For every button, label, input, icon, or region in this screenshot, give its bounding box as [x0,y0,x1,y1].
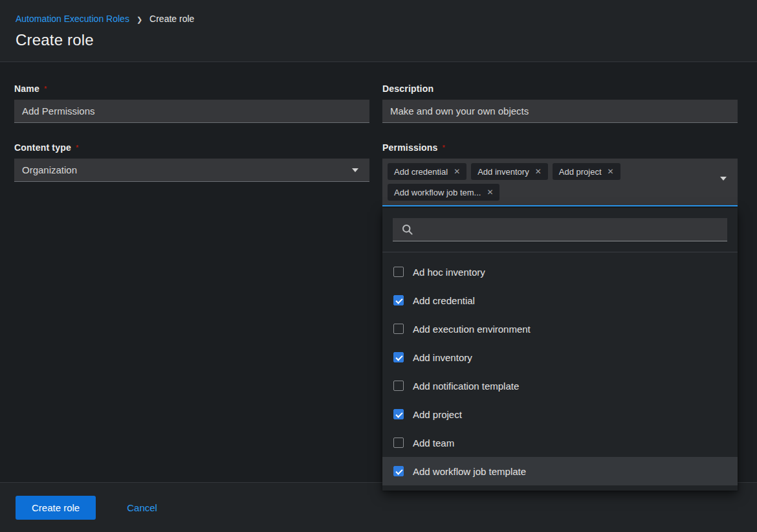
chip-label: Add project [559,167,602,177]
name-label-text: Name [14,83,39,94]
name-input[interactable] [14,100,369,123]
permission-chip: Add project ✕ [553,163,620,180]
chip-remove-icon[interactable]: ✕ [487,188,493,196]
content-type-label-text: Content type [14,142,71,153]
required-asterisk: * [76,142,78,151]
permission-option[interactable]: Add inventory [382,343,738,371]
permission-chip: Add credential ✕ [388,163,466,180]
name-field-group: Name * [14,83,369,123]
content-type-select[interactable]: Organization [14,159,369,182]
permission-option-label: Add project [413,409,462,420]
checkbox-icon[interactable] [393,295,404,305]
checkbox-icon[interactable] [393,381,404,391]
content-type-label: Content type * [14,142,369,153]
content-type-field-group: Content type * Organization [14,142,369,206]
checkbox-icon[interactable] [393,352,404,362]
content-type-selected-value: Organization [22,164,77,175]
chip-label: Add workflow job tem... [394,188,481,197]
breadcrumb: Automation Execution Roles ❯ Create role [16,14,741,24]
permission-option-label: Add workflow job template [413,466,526,477]
checkbox-icon[interactable] [393,438,404,448]
permission-option[interactable]: Add notification template [382,371,738,400]
permission-option[interactable]: Add credential [382,286,738,315]
checkbox-icon[interactable] [393,324,404,334]
create-role-form: Name * Description Content type * Organi… [14,83,738,206]
description-input[interactable] [382,100,738,123]
page-header: Automation Execution Roles ❯ Create role… [0,0,757,62]
permission-option-label: Add team [413,438,454,449]
breadcrumb-link-roles[interactable]: Automation Execution Roles [16,14,129,24]
permissions-label: Permissions * [382,142,738,153]
permission-option-label: Add credential [413,295,475,306]
main-content: Name * Description Content type * Organi… [0,63,757,482]
permission-option-label: Add inventory [413,352,472,363]
checkbox-icon[interactable] [393,267,404,277]
chip-remove-icon[interactable]: ✕ [454,168,460,175]
required-asterisk: * [442,142,444,151]
create-role-button[interactable]: Create role [16,496,96,520]
cancel-button[interactable]: Cancel [127,502,157,513]
breadcrumb-current: Create role [149,14,194,24]
permission-option-label: Add execution environment [413,324,531,335]
caret-down-icon [352,168,358,172]
permissions-label-text: Permissions [382,142,437,153]
permission-chip: Add inventory ✕ [471,163,548,180]
permission-chip: Add workflow job tem... ✕ [388,184,499,201]
permissions-multiselect[interactable]: Add credential ✕ Add inventory ✕ Add pro… [382,159,738,206]
permissions-search-input[interactable] [393,218,727,241]
permission-option-label: Ad hoc inventory [413,267,485,278]
checkbox-icon[interactable] [393,466,404,476]
permissions-dropdown: Ad hoc inventory Add credential Add exec… [382,208,738,491]
permission-option[interactable]: Add workflow job template [382,457,738,485]
caret-down-icon [720,177,727,181]
chip-label: Add inventory [477,167,529,177]
checkbox-icon[interactable] [393,409,404,419]
permission-option[interactable]: Add team [382,428,738,457]
permissions-field-group: Permissions * Add credential ✕ Add inven… [382,142,738,206]
chip-label: Add credential [394,167,448,177]
required-asterisk: * [44,83,47,93]
description-label-text: Description [382,83,433,94]
page-title: Create role [16,31,741,49]
permission-option[interactable]: Add project [382,400,738,428]
permission-option[interactable]: Add execution environment [382,315,738,343]
chip-remove-icon[interactable]: ✕ [535,168,542,175]
description-field-group: Description [382,83,738,123]
permission-option[interactable]: Ad hoc inventory [382,258,738,286]
dropdown-search [393,218,727,241]
name-label: Name * [14,83,369,94]
chip-remove-icon[interactable]: ✕ [608,168,614,175]
description-label: Description [382,83,738,94]
chevron-right-icon: ❯ [137,16,142,24]
permission-option-label: Add notification template [413,381,519,392]
permissions-option-list: Ad hoc inventory Add credential Add exec… [382,252,738,491]
